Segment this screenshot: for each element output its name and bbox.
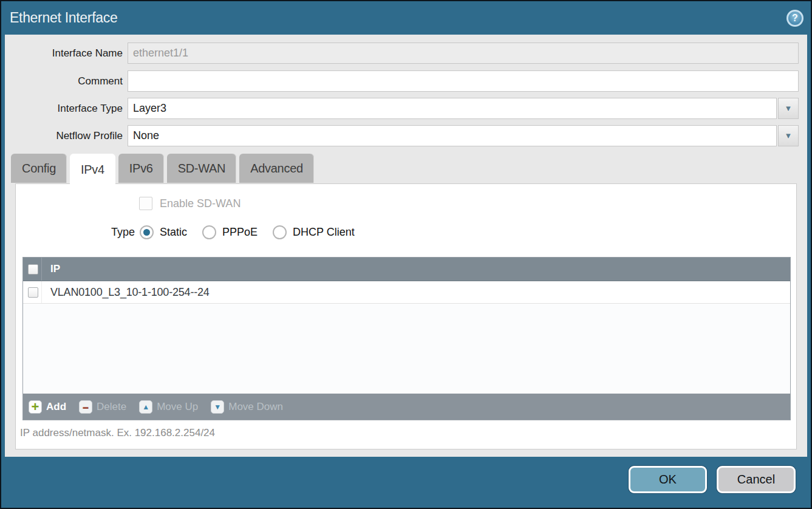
interface-type-row: Interface Type ▼: [5, 98, 799, 119]
select-all-checkbox[interactable]: [28, 264, 38, 275]
radio-static[interactable]: [140, 225, 154, 239]
interface-type-input[interactable]: [128, 98, 777, 119]
enable-sdwan-row: Enable SD-WAN: [139, 197, 241, 210]
row-checkbox[interactable]: [28, 287, 38, 298]
radio-pppoe-label: PPPoE: [222, 226, 258, 239]
tab-config-label: Config: [22, 162, 56, 176]
interface-name-input: [128, 43, 799, 64]
type-label: Type: [16, 226, 135, 239]
table-empty-area: [23, 304, 790, 394]
row-checkbox-cell: [23, 281, 42, 303]
table-toolbar: + Add ▬ Delete ▲ Move Up ▼ Move Down: [23, 394, 790, 420]
comment-input[interactable]: [128, 70, 799, 92]
radio-pppoe[interactable]: [202, 225, 216, 239]
comment-row: Comment: [5, 70, 799, 92]
add-button-label: Add: [46, 401, 66, 413]
add-icon: +: [29, 400, 42, 414]
move-up-button-label: Move Up: [157, 401, 198, 413]
tab-ipv6-label: IPv6: [129, 162, 153, 176]
dialog-footer: OK Cancel: [1, 457, 811, 508]
tab-advanced[interactable]: Advanced: [239, 154, 314, 183]
move-down-button: ▼ Move Down: [211, 400, 283, 414]
dialog-body: Interface Name Comment Interface Type ▼ …: [5, 35, 807, 457]
delete-icon: ▬: [79, 400, 92, 414]
netflow-profile-row: Netflow Profile ▼: [5, 125, 799, 146]
interface-type-label: Interface Type: [5, 98, 123, 119]
ip-column-header: IP: [42, 263, 60, 275]
comment-label: Comment: [5, 70, 123, 92]
tab-ipv4-label: IPv4: [81, 163, 104, 177]
dialog-title: Ethernet Interface: [10, 10, 117, 26]
tab-sdwan[interactable]: SD-WAN: [167, 154, 237, 183]
select-all-cell: [23, 258, 42, 281]
netflow-profile-label: Netflow Profile: [5, 125, 123, 146]
ip-address-table: IP VLAN0100_L3_10-1-100-254--24 + Add ▬: [22, 257, 791, 420]
move-down-button-label: Move Down: [228, 401, 283, 413]
dialog-titlebar: Ethernet Interface ?: [1, 1, 811, 35]
ipv4-tab-panel: Enable SD-WAN Type Static PPPoE DHCP Cli…: [15, 183, 797, 449]
tab-advanced-label: Advanced: [250, 162, 303, 176]
tab-strip: Config IPv4 IPv6 SD-WAN Advanced: [11, 154, 314, 186]
tab-config[interactable]: Config: [11, 154, 67, 183]
delete-button: ▬ Delete: [79, 400, 126, 414]
table-row[interactable]: VLAN0100_L3_10-1-100-254--24: [23, 281, 790, 304]
ip-cell: VLAN0100_L3_10-1-100-254--24: [42, 286, 210, 299]
ethernet-interface-dialog: Ethernet Interface ? Interface Name Comm…: [0, 0, 812, 509]
add-button[interactable]: + Add: [29, 400, 66, 414]
ip-table-header: IP: [23, 258, 790, 281]
radio-dhcp-client[interactable]: [273, 225, 287, 239]
radio-dhcp-client-label: DHCP Client: [293, 226, 355, 239]
netflow-profile-input[interactable]: [128, 125, 777, 146]
interface-name-row: Interface Name: [5, 43, 799, 64]
move-up-button: ▲ Move Up: [139, 400, 198, 414]
delete-button-label: Delete: [97, 401, 126, 413]
type-radio-row: Type Static PPPoE DHCP Client: [16, 225, 355, 239]
help-icon[interactable]: ?: [786, 10, 803, 27]
enable-sdwan-checkbox: [139, 197, 152, 210]
ok-button[interactable]: OK: [629, 466, 707, 493]
interface-type-dropdown-button[interactable]: ▼: [778, 98, 799, 119]
chevron-down-icon: ▼: [785, 131, 793, 140]
cancel-button[interactable]: Cancel: [717, 466, 796, 493]
netflow-profile-combo: ▼: [128, 125, 799, 146]
tab-sdwan-label: SD-WAN: [178, 162, 226, 176]
enable-sdwan-label: Enable SD-WAN: [160, 197, 241, 210]
tab-ipv6[interactable]: IPv6: [118, 154, 164, 183]
netflow-profile-dropdown-button[interactable]: ▼: [778, 125, 799, 146]
ip-helper-text: IP address/netmask. Ex. 192.168.2.254/24: [20, 427, 215, 439]
interface-type-combo: ▼: [128, 98, 799, 119]
move-down-icon: ▼: [211, 400, 224, 414]
tab-ipv4[interactable]: IPv4: [70, 154, 115, 186]
move-up-icon: ▲: [139, 400, 152, 414]
interface-name-label: Interface Name: [5, 43, 123, 64]
chevron-down-icon: ▼: [785, 104, 793, 113]
radio-static-label: Static: [160, 226, 187, 239]
